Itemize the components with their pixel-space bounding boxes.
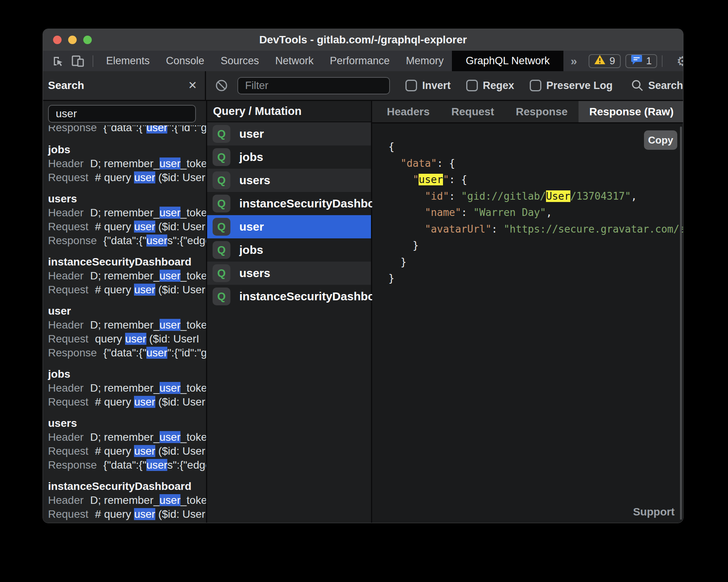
search-result-row[interactable]: Request# query user ($id: UserI: [48, 220, 206, 234]
search-toggle-label[interactable]: Search: [648, 80, 683, 92]
search-match-highlight: user: [160, 319, 180, 331]
query-list-item[interactable]: Qusers: [207, 262, 371, 285]
search-match-highlight: user: [146, 347, 167, 359]
network-filter-bar: InvertRegexPreserve Log Search: [206, 71, 683, 100]
clear-icon[interactable]: [215, 79, 228, 92]
invert-checkbox[interactable]: [405, 80, 417, 91]
text-segment: query: [95, 333, 125, 345]
text-segment: # query: [95, 445, 134, 457]
search-match-highlight: User: [546, 190, 570, 202]
search-match-highlight: user: [160, 270, 180, 282]
settings-gear-icon[interactable]: ⚙: [676, 55, 683, 68]
tab-response[interactable]: Response: [505, 101, 579, 122]
query-list-item-selected[interactable]: Quser: [207, 215, 371, 238]
warnings-badge[interactable]: 9: [589, 54, 620, 68]
json-line: }: [388, 270, 683, 287]
zoom-window-button[interactable]: [83, 36, 92, 44]
search-result-group-title[interactable]: users: [48, 192, 206, 206]
search-icon[interactable]: [631, 79, 644, 92]
regex-checkbox[interactable]: [466, 80, 478, 91]
search-result-row[interactable]: Request# query user ($id: UserI: [48, 507, 206, 521]
search-result-row[interactable]: HeaderD; remember_user_token=e: [48, 157, 206, 171]
tab-headers[interactable]: Headers: [376, 101, 441, 122]
search-result-row[interactable]: HeaderD; remember_user_token=e: [48, 493, 206, 507]
query-mutation-panel: Query / Mutation QuserQjobsQusersQinstan…: [207, 101, 372, 523]
tab-elements[interactable]: Elements: [98, 51, 158, 71]
text-segment: _token=e: [180, 382, 207, 394]
text-segment: D; remember_: [90, 382, 160, 394]
tabbar-right-controls: 9 1 ⚙ ⋮: [584, 54, 683, 68]
search-result-group-title[interactable]: instanceSecurityDashboard: [48, 255, 206, 269]
search-match-highlight: user: [134, 284, 155, 296]
vertical-scrollbar[interactable]: [680, 127, 682, 520]
search-result-group-title[interactable]: jobs: [48, 367, 206, 381]
text-segment: ($id: UserI: [155, 396, 207, 408]
close-search-icon[interactable]: ✕: [188, 80, 197, 91]
json-token: :: [449, 190, 461, 202]
preserve-log-checkbox[interactable]: [530, 80, 541, 91]
tab-response-raw[interactable]: Response (Raw): [579, 101, 683, 122]
search-results-list: Response{"data":{"user":{"id":"gijobsHea…: [43, 125, 206, 521]
query-list-item[interactable]: QinstanceSecurityDashboard: [207, 285, 371, 308]
search-panel-title: Search: [48, 79, 84, 92]
search-match-highlight: user: [146, 125, 167, 134]
search-result-group-title[interactable]: user: [48, 304, 206, 318]
search-result-row[interactable]: Request# query user ($id: UserI: [48, 395, 206, 409]
search-result-row[interactable]: Requestquery user ($id: UserI: [48, 332, 206, 346]
search-result-row[interactable]: Response{"data":{"user":{"id":"gi: [48, 125, 206, 135]
query-item-label: jobs: [239, 243, 263, 257]
search-result-row[interactable]: Response{"data":{"users":{"edges: [48, 234, 206, 248]
search-result-row[interactable]: HeaderD; remember_user_token=e: [48, 381, 206, 395]
query-list-item[interactable]: Qjobs: [207, 238, 371, 262]
titlebar: DevTools - gitlab.com/-/graphql-explorer: [43, 29, 683, 51]
json-token: ": [443, 174, 449, 185]
search-match-highlight: user: [146, 459, 167, 471]
copy-button[interactable]: Copy: [644, 130, 677, 150]
filter-input[interactable]: [237, 77, 390, 94]
search-panel-header: Search ✕: [43, 71, 206, 100]
support-link[interactable]: Support: [633, 506, 675, 518]
search-query-input[interactable]: [48, 105, 196, 123]
tab-console[interactable]: Console: [158, 51, 213, 71]
search-result-row[interactable]: HeaderD; remember_user_token=e: [48, 269, 206, 283]
query-list-item[interactable]: Quser: [207, 122, 371, 146]
tab-graphql-network[interactable]: GraphQL Network: [452, 51, 564, 71]
query-type-badge: Q: [213, 264, 230, 282]
json-token: [388, 207, 425, 218]
search-match-highlight: user: [125, 333, 146, 345]
search-result-row-partial[interactable]: Response{"data":{"user":{"id":"gi: [48, 125, 206, 135]
result-row-label: Header: [48, 270, 84, 282]
more-tabs-icon[interactable]: »: [570, 55, 577, 68]
tab-request[interactable]: Request: [441, 101, 505, 122]
query-list-item[interactable]: QinstanceSecurityDashboard: [207, 192, 371, 215]
inspect-element-icon[interactable]: [52, 55, 64, 67]
tab-memory[interactable]: Memory: [398, 51, 452, 71]
search-result-group: instanceSecurityDashboardHeaderD; rememb…: [48, 255, 206, 297]
search-result-row[interactable]: HeaderD; remember_user_token=e: [48, 318, 206, 332]
tab-performance[interactable]: Performance: [322, 51, 398, 71]
search-result-row[interactable]: Request# query user ($id: UserI: [48, 444, 206, 458]
query-list-item[interactable]: Qjobs: [207, 146, 371, 169]
toolbar-divider: [662, 55, 663, 67]
search-result-group-title[interactable]: jobs: [48, 143, 206, 157]
messages-badge[interactable]: 1: [625, 54, 657, 68]
query-item-label: instanceSecurityDashboard: [239, 197, 393, 210]
search-result-row[interactable]: Request# query user ($id: UserI: [48, 171, 206, 185]
search-result-group-title[interactable]: users: [48, 416, 206, 430]
json-token: {: [388, 141, 395, 152]
tab-network[interactable]: Network: [267, 51, 322, 71]
query-type-badge: Q: [213, 218, 230, 236]
tab-sources[interactable]: Sources: [213, 51, 267, 71]
search-result-row[interactable]: Response{"data":{"users":{"edges: [48, 458, 206, 472]
search-result-row[interactable]: Response{"data":{"user":{"id":"gid: [48, 346, 206, 360]
json-token: "https://secure.gravatar.com/avatar: [503, 223, 683, 235]
device-toolbar-icon[interactable]: [71, 55, 84, 67]
search-result-row[interactable]: HeaderD; remember_user_token=e: [48, 430, 206, 444]
search-result-group-title[interactable]: instanceSecurityDashboard: [48, 479, 206, 493]
minimize-window-button[interactable]: [68, 36, 77, 44]
query-list-item[interactable]: Qusers: [207, 169, 371, 192]
search-result-row[interactable]: HeaderD; remember_user_token=e: [48, 206, 206, 220]
search-result-row[interactable]: Request# query user ($id: UserI: [48, 283, 206, 297]
search-match-highlight: user: [134, 396, 155, 408]
close-window-button[interactable]: [53, 36, 62, 44]
